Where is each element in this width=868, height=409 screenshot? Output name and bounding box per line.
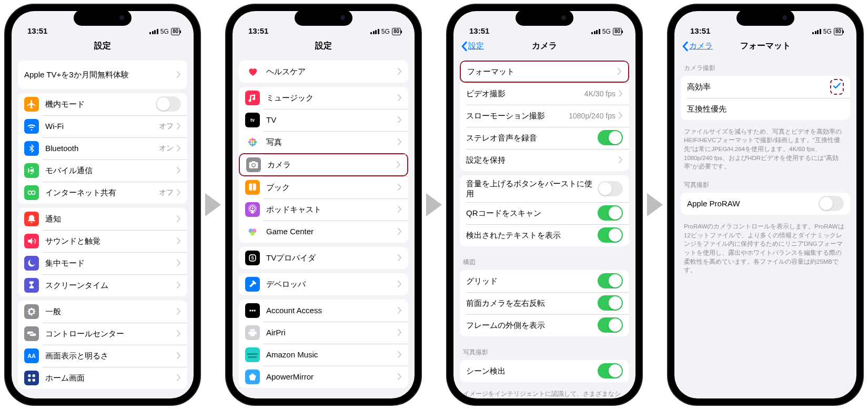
settings-row[interactable]: 集中モード: [18, 252, 187, 274]
settings-row[interactable]: AirPri: [239, 322, 408, 344]
settings-row[interactable]: デベロッパ: [239, 273, 408, 295]
settings-row[interactable]: シーン検出: [460, 360, 629, 382]
settings-row[interactable]: フレームの外側を表示: [460, 314, 629, 336]
settings-row[interactable]: ヘルスケア: [239, 61, 408, 83]
back-button[interactable]: カメラ: [682, 41, 713, 51]
section-footer: イメージをインテリジェントに認識して、さまざまなシーンの写真をより美しくします。: [453, 386, 635, 398]
gear-icon: [24, 304, 39, 319]
settings-row[interactable]: 検出されたテキストを表示: [460, 224, 629, 246]
settings-row[interactable]: 高効率: [681, 76, 850, 98]
row-label: TV: [266, 115, 398, 125]
row-label: デベロッパ: [266, 279, 398, 290]
promo-apple-tv[interactable]: Apple TV+を3か月間無料体験: [18, 61, 187, 89]
toggle-switch[interactable]: [598, 317, 623, 333]
settings-row[interactable]: QRコードをスキャン: [460, 202, 629, 224]
settings-row[interactable]: 画面表示と明るさ: [18, 345, 187, 367]
settings-row[interactable]: スクリーンタイム: [18, 274, 187, 296]
settings-row[interactable]: Account Access: [239, 300, 408, 322]
back-button[interactable]: 設定: [461, 41, 484, 51]
row-label: 機内モード: [45, 99, 156, 109]
status-right: 5G 80: [591, 28, 622, 35]
settings-group-notifications: 通知サウンドと触覚集中モードスクリーンタイム: [18, 208, 187, 296]
chevron-right-icon: [398, 138, 402, 145]
am-icon: [245, 347, 260, 362]
chevron-right-icon: [397, 161, 401, 168]
settings-row[interactable]: TVプロバイダ: [239, 247, 408, 269]
row-label: 音量を上げるボタンをバーストに使用: [466, 178, 598, 199]
toggle-switch[interactable]: [598, 273, 623, 288]
row-label: ApowerMirror: [266, 372, 398, 382]
settings-row[interactable]: 一般: [18, 301, 187, 323]
settings-row[interactable]: ApowerMirror: [239, 366, 408, 388]
row-label: コントロールセンター: [45, 328, 177, 339]
toggle-switch[interactable]: [598, 205, 623, 221]
settings-row[interactable]: Apple ProRAW: [681, 193, 850, 215]
row-label: 一般: [45, 306, 177, 317]
bell-icon: [24, 212, 39, 226]
settings-row[interactable]: 通知: [18, 208, 187, 230]
row-value: オフ: [159, 122, 174, 131]
cellular-icon: [24, 163, 39, 178]
settings-row[interactable]: ホーム画面: [18, 367, 187, 389]
dynamic-island: [516, 10, 573, 26]
phone-2-settings-apps: 13:51 5G 80 設定 ヘルスケア ミュージックTV写真カメラブックポッド…: [226, 5, 421, 405]
settings-row[interactable]: 設定を保持: [460, 149, 629, 171]
toggle-switch[interactable]: [156, 96, 181, 112]
tv-icon: [245, 113, 260, 127]
row-label: ヘルスケア: [266, 66, 398, 77]
toggle-switch[interactable]: [598, 181, 623, 196]
row-label: スクリーンタイム: [45, 280, 177, 291]
settings-row[interactable]: サウンドと触覚: [18, 230, 187, 252]
status-time: 13:51: [469, 26, 489, 35]
chevron-left-icon: [682, 42, 688, 51]
settings-row[interactable]: Bluetoothオン: [18, 137, 187, 159]
row-label: ステレオ音声を録音: [466, 133, 598, 143]
toggle-switch[interactable]: [598, 227, 623, 243]
chevron-right-icon: [177, 330, 181, 337]
status-right: 5G 80: [370, 28, 401, 35]
chevron-right-icon: [177, 374, 181, 381]
row-label: 通知: [45, 214, 177, 224]
row-label: QRコードをスキャン: [466, 208, 598, 218]
row-label: Apple ProRAW: [687, 198, 819, 209]
settings-row[interactable]: ミュージック: [239, 87, 408, 109]
aa-icon: [24, 348, 39, 363]
settings-row[interactable]: TV: [239, 109, 408, 131]
toggle-switch[interactable]: [598, 295, 623, 311]
settings-row[interactable]: Amazon Music: [239, 344, 408, 366]
settings-row[interactable]: 機内モード: [18, 93, 187, 115]
settings-row[interactable]: ビデオ撮影4K/30 fps: [460, 83, 629, 105]
settings-row[interactable]: フォーマット: [460, 61, 629, 83]
settings-row[interactable]: 音量を上げるボタンをバーストに使用: [460, 175, 629, 202]
status-time: 13:51: [248, 26, 268, 35]
toggle-switch[interactable]: [819, 196, 844, 211]
settings-row[interactable]: モバイル通信: [18, 159, 187, 182]
step-arrow-icon: [426, 193, 442, 216]
row-label: ポッドキャスト: [266, 204, 398, 215]
row-label: モバイル通信: [45, 165, 177, 176]
settings-group-thirdparty: Account AccessAirPriAmazon MusicApowerMi…: [239, 300, 408, 388]
settings-row[interactable]: Wi-Fiオフ: [18, 115, 187, 137]
settings-row[interactable]: ブック: [239, 176, 408, 198]
settings-row[interactable]: 互換性優先: [681, 98, 850, 120]
settings-row[interactable]: カメラ: [239, 153, 408, 176]
toggle-switch[interactable]: [598, 363, 623, 378]
settings-row[interactable]: 写真: [239, 131, 408, 153]
settings-row[interactable]: グリッド: [460, 270, 629, 292]
chevron-right-icon: [398, 373, 402, 380]
chevron-right-icon: [398, 281, 402, 287]
settings-row[interactable]: 前面カメラを左右反転: [460, 292, 629, 314]
row-label: 検出されたテキストを表示: [466, 230, 598, 241]
settings-row[interactable]: ポッドキャスト: [239, 198, 408, 221]
chevron-right-icon: [398, 228, 402, 235]
settings-row[interactable]: Game Center: [239, 221, 408, 243]
battery-icon: 80: [392, 28, 401, 35]
toggle-switch[interactable]: [598, 130, 623, 145]
settings-row[interactable]: コントロールセンター: [18, 323, 187, 345]
page-title: カメラ: [532, 41, 557, 52]
page-title: フォーマット: [740, 41, 791, 52]
settings-row[interactable]: スローモーション撮影1080p/240 fps: [460, 105, 629, 127]
settings-row[interactable]: ステレオ音声を録音: [460, 127, 629, 149]
podcast-icon: [245, 202, 260, 217]
settings-row[interactable]: インターネット共有オフ: [18, 182, 187, 204]
